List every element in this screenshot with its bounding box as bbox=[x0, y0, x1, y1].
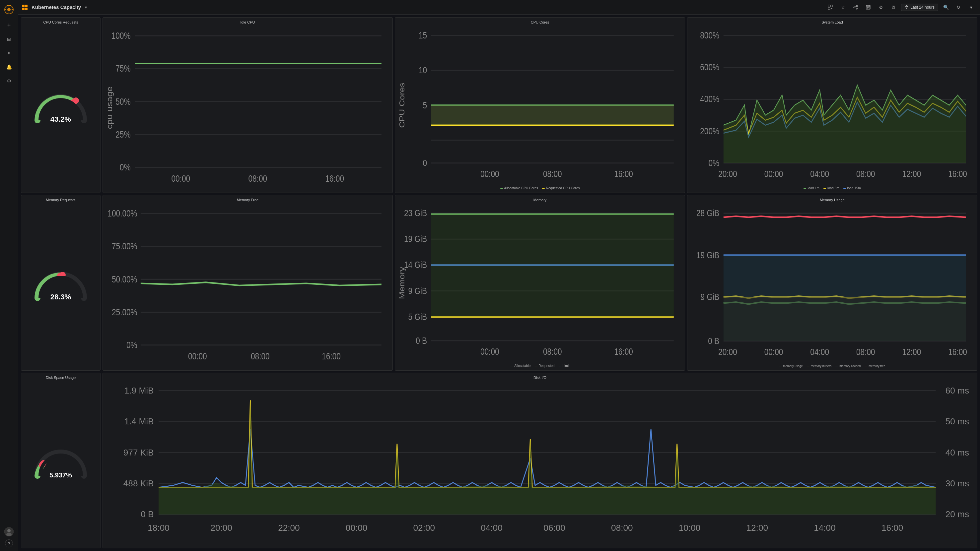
sidebar-add-button[interactable]: + bbox=[3, 19, 15, 31]
svg-text:600%: 600% bbox=[700, 62, 719, 72]
sidebar: + ⊞ ✦ 🔔 ⚙ ? bbox=[0, 0, 18, 551]
svg-text:08:00: 08:00 bbox=[611, 523, 633, 533]
cpu-cores-legend: Allocatable CPU Cores Requested CPU Core… bbox=[398, 186, 682, 190]
svg-text:19 GiB: 19 GiB bbox=[404, 234, 427, 244]
clock-icon: ⏱ bbox=[905, 5, 909, 10]
svg-text:5: 5 bbox=[423, 100, 427, 110]
svg-line-18 bbox=[855, 8, 856, 8]
star-button[interactable]: ☆ bbox=[838, 3, 848, 12]
sidebar-settings-button[interactable]: ⚙ bbox=[3, 75, 15, 87]
time-dropdown-button[interactable]: ▾ bbox=[966, 3, 976, 12]
svg-text:400%: 400% bbox=[700, 94, 719, 104]
cpu-cores-requests-title: CPU Cores Requests bbox=[24, 20, 97, 24]
svg-line-17 bbox=[855, 6, 856, 7]
settings-button[interactable]: ⚙ bbox=[876, 3, 886, 12]
share-button[interactable] bbox=[851, 3, 861, 12]
svg-rect-11 bbox=[828, 8, 830, 10]
svg-text:5 GiB: 5 GiB bbox=[408, 312, 427, 322]
grafana-logo[interactable] bbox=[3, 4, 15, 16]
svg-text:800%: 800% bbox=[700, 30, 719, 40]
refresh-button[interactable]: ↻ bbox=[953, 3, 963, 12]
svg-text:20 ms: 20 ms bbox=[945, 509, 969, 519]
svg-text:40 ms: 40 ms bbox=[945, 448, 969, 457]
svg-text:00:00: 00:00 bbox=[764, 347, 783, 357]
svg-text:0%: 0% bbox=[120, 162, 131, 172]
svg-text:15: 15 bbox=[419, 30, 427, 40]
legend-mem-free: memory free bbox=[865, 364, 885, 368]
legend-mem-usage: memory usage bbox=[779, 364, 803, 368]
dashboard-type-icon bbox=[22, 5, 27, 10]
svg-point-16 bbox=[856, 8, 858, 9]
svg-text:08:00: 08:00 bbox=[543, 346, 562, 356]
disk-space-usage-panel: Disk Space Usage 5.937% bbox=[21, 373, 100, 548]
legend-allocatable: Allocatable bbox=[510, 364, 530, 368]
help-button[interactable]: ? bbox=[5, 539, 13, 547]
time-range-picker[interactable]: ⏱ Last 24 hours bbox=[901, 4, 938, 11]
svg-marker-106 bbox=[724, 297, 966, 341]
svg-text:0 B: 0 B bbox=[708, 336, 719, 346]
legend-load15m: load 15m bbox=[843, 186, 861, 190]
svg-rect-21 bbox=[867, 7, 869, 9]
svg-text:00:00: 00:00 bbox=[346, 523, 368, 533]
sidebar-alerting-button[interactable]: 🔔 bbox=[3, 61, 15, 73]
save-button[interactable] bbox=[863, 3, 873, 12]
svg-text:75.00%: 75.00% bbox=[112, 241, 137, 251]
title-dropdown-chevron[interactable]: ▾ bbox=[85, 5, 87, 10]
svg-text:0 B: 0 B bbox=[416, 335, 427, 345]
svg-text:100%: 100% bbox=[111, 30, 131, 41]
svg-rect-9 bbox=[828, 5, 830, 7]
svg-text:1.9 MiB: 1.9 MiB bbox=[124, 386, 154, 395]
disk-space-usage-title: Disk Space Usage bbox=[24, 376, 97, 380]
svg-text:Memory: Memory bbox=[398, 267, 406, 299]
cpu-cores-requests-panel: CPU Cores Requests 43.2% bbox=[21, 17, 100, 193]
memory-requests-panel: Memory Requests 28.3% bbox=[21, 195, 100, 371]
tv-mode-button[interactable]: 🖥 bbox=[888, 3, 898, 12]
legend-mem-cached: memory cached bbox=[835, 364, 861, 368]
svg-text:100.00%: 100.00% bbox=[108, 208, 137, 219]
memory-free-title: Memory Free bbox=[105, 198, 390, 202]
svg-text:75%: 75% bbox=[115, 64, 130, 74]
search-button[interactable]: 🔍 bbox=[941, 3, 951, 12]
svg-point-14 bbox=[856, 5, 858, 6]
legend-load1m-label: load 1m bbox=[808, 186, 819, 190]
sidebar-explore-button[interactable]: ✦ bbox=[3, 47, 15, 59]
svg-text:488 KiB: 488 KiB bbox=[123, 478, 154, 488]
svg-text:02:00: 02:00 bbox=[414, 523, 435, 533]
main-content: Kubernetes Capacity ▾ ☆ bbox=[18, 0, 980, 551]
svg-rect-20 bbox=[867, 5, 870, 6]
svg-text:08:00: 08:00 bbox=[856, 169, 875, 179]
svg-text:00:00: 00:00 bbox=[764, 169, 783, 179]
svg-text:977 KiB: 977 KiB bbox=[123, 448, 154, 457]
user-avatar[interactable] bbox=[4, 527, 14, 537]
svg-text:50 ms: 50 ms bbox=[945, 416, 969, 426]
svg-text:cpu usage: cpu usage bbox=[105, 87, 114, 129]
idle-cpu-title: Idle CPU bbox=[105, 20, 390, 24]
legend-limit-mem: Limit bbox=[563, 364, 570, 368]
svg-point-1 bbox=[7, 8, 11, 11]
legend-limit: Limit bbox=[559, 364, 570, 368]
legend-mem-free-label: memory free bbox=[869, 364, 885, 368]
svg-text:04:00: 04:00 bbox=[810, 347, 829, 357]
legend-requested-mem: Requested bbox=[538, 364, 554, 368]
sidebar-dashboards-button[interactable]: ⊞ bbox=[3, 33, 15, 45]
svg-text:50.00%: 50.00% bbox=[112, 274, 137, 284]
svg-text:0%: 0% bbox=[708, 158, 719, 168]
legend-mem-buffers-label: memory buffers bbox=[811, 364, 831, 368]
dashboard-grid: CPU Cores Requests 43.2% bbox=[18, 14, 980, 551]
legend-load5m: load 5m bbox=[823, 186, 839, 190]
legend-load1m: load 1m bbox=[803, 186, 819, 190]
svg-marker-60 bbox=[724, 85, 966, 163]
topbar: Kubernetes Capacity ▾ ☆ bbox=[18, 0, 980, 14]
legend-allocatable-mem: Allocatable bbox=[514, 364, 530, 368]
legend-mem-cached-label: memory cached bbox=[839, 364, 861, 368]
svg-text:200%: 200% bbox=[700, 126, 719, 136]
legend-mem-usage-label: memory usage bbox=[783, 364, 803, 368]
svg-text:08:00: 08:00 bbox=[248, 173, 267, 184]
svg-text:06:00: 06:00 bbox=[543, 523, 565, 533]
disk-io-title: Disk I/O bbox=[105, 376, 974, 380]
svg-text:25%: 25% bbox=[115, 129, 130, 140]
cpu-cores-requests-value: 43.2% bbox=[51, 115, 71, 124]
add-panel-button[interactable] bbox=[826, 3, 835, 12]
svg-text:16:00: 16:00 bbox=[948, 169, 967, 179]
svg-text:16:00: 16:00 bbox=[325, 173, 344, 184]
